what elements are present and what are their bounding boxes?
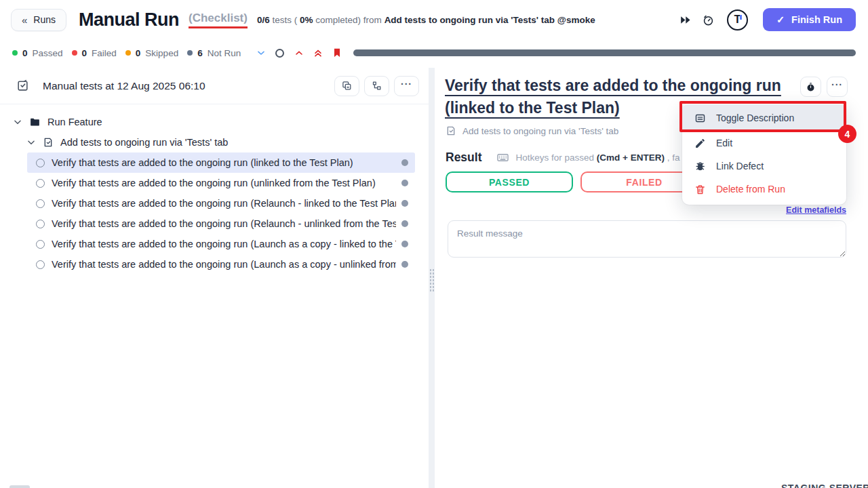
test-row[interactable]: Verify that tests are added to the ongoi… — [27, 173, 415, 193]
test-status-circle-icon — [36, 199, 45, 208]
logo-accent-mark — [740, 15, 742, 20]
suite-label: Add tests to ongoing run via 'Tests' tab — [60, 137, 228, 148]
suite-file-icon — [43, 137, 54, 148]
staging-watermark: STAGING SERVER — [781, 483, 868, 488]
checklist-icon — [16, 79, 29, 92]
menu-item-edit[interactable]: Edit — [682, 131, 846, 155]
tree-view-button[interactable] — [364, 76, 389, 96]
menu-item-delete-from-run[interactable]: Delete from Run — [682, 178, 846, 201]
test-notrun-dot-icon — [401, 220, 408, 227]
double-chevron-left-icon: « — [22, 14, 27, 26]
test-status-circle-icon — [36, 159, 45, 167]
skipped-counter: 0Skipped — [125, 48, 178, 58]
folder-icon — [29, 117, 41, 128]
test-row-selected[interactable]: Verify that tests are added to the ongoi… — [27, 152, 415, 173]
run-stats-text: 0/6 tests ( 0% completed) from Add tests… — [257, 15, 595, 25]
test-notrun-dot-icon — [401, 159, 408, 166]
test-timer-button[interactable] — [800, 77, 821, 97]
copy-run-button[interactable] — [334, 76, 359, 96]
tree-more-button[interactable]: ··· — [394, 76, 419, 96]
filter-circle-icon[interactable] — [274, 47, 285, 59]
panel-splitter[interactable] — [429, 68, 435, 488]
finish-run-button[interactable]: ✓ Finish Run — [763, 8, 856, 31]
notrun-counter: 6Not Run — [187, 48, 241, 58]
test-row[interactable]: Verify that tests are added to the ongoi… — [27, 193, 415, 214]
test-status-circle-icon — [36, 220, 45, 228]
tree-folder-run-feature[interactable]: Run Feature — [0, 112, 429, 132]
back-button-label: Runs — [33, 14, 56, 25]
priority-double-up-icon[interactable] — [312, 47, 323, 59]
menu-item-toggle-description[interactable]: Toggle Description — [682, 104, 846, 131]
check-icon: ✓ — [776, 14, 785, 25]
test-notrun-dot-icon — [401, 180, 408, 186]
test-notrun-dot-icon — [401, 241, 408, 247]
test-notrun-dot-icon — [401, 200, 408, 207]
tests-count: 0/6 — [257, 15, 270, 25]
test-status-circle-icon — [36, 179, 45, 188]
test-status-circle-icon — [36, 260, 45, 269]
skipped-dot-icon — [125, 50, 131, 56]
clipped-bottom-element — [9, 485, 30, 488]
run-name-title: Manual tests at 12 Aug 2025 06:10 — [43, 80, 330, 92]
splitter-grip-handle[interactable] — [429, 268, 434, 293]
run-mode-label: (Checklist) — [189, 12, 248, 28]
app-logo[interactable]: T — [727, 9, 748, 30]
trash-icon — [694, 184, 706, 195]
bug-icon — [694, 161, 706, 172]
tree-panel-header: Manual tests at 12 Aug 2025 06:10 ··· — [0, 68, 429, 104]
menu-item-link-defect[interactable]: Link Defect — [682, 155, 846, 178]
tests-tree-panel: Manual tests at 12 Aug 2025 06:10 ··· Ru… — [0, 68, 429, 488]
app-header: « Runs Manual Run (Checklist) 0/6 tests … — [0, 0, 868, 39]
run-progress-bar — [353, 49, 856, 56]
failed-counter: 0Failed — [72, 48, 117, 58]
notrun-dot-icon — [187, 50, 193, 56]
test-status-circle-icon — [36, 240, 45, 249]
test-notrun-dot-icon — [401, 261, 408, 268]
stopwatch-icon[interactable] — [701, 12, 716, 27]
test-row[interactable]: Verify that tests are added to the ongoi… — [27, 234, 415, 254]
edit-metafields-link[interactable]: Edit metafields — [786, 205, 846, 215]
run-source: Add tests to ongoing run via 'Tests' tab… — [384, 15, 595, 25]
chevron-down-icon[interactable] — [13, 117, 22, 127]
test-context-menu: Toggle Description Edit Link Defect Dele… — [682, 103, 846, 205]
failed-dot-icon — [72, 50, 77, 56]
folder-label: Run Feature — [47, 117, 102, 127]
back-to-runs-button[interactable]: « Runs — [11, 9, 66, 31]
passed-counter: 0Passed — [12, 48, 63, 58]
result-heading: Result — [446, 150, 481, 165]
description-icon — [694, 113, 706, 124]
test-row[interactable]: Verify that tests are added to the ongoi… — [27, 254, 415, 274]
collapse-chevron-down-icon[interactable] — [255, 47, 267, 59]
annotation-step-badge: 4 — [838, 125, 856, 143]
test-row[interactable]: Verify that tests are added to the ongoi… — [27, 214, 415, 234]
hotkeys-hint: Hotkeys for passed (Cmd + ENTER) , fa — [515, 152, 679, 163]
result-message-input[interactable] — [448, 220, 846, 258]
tests-tree: Run Feature Add tests to ongoing run via… — [0, 104, 429, 274]
passed-dot-icon — [12, 50, 18, 56]
test-suite-reference[interactable]: Add tests to ongoing run via 'Tests' tab — [446, 125, 618, 136]
tree-suite[interactable]: Add tests to ongoing run via 'Tests' tab — [0, 132, 429, 152]
test-more-button[interactable]: ··· — [827, 77, 848, 97]
chevron-down-icon[interactable] — [26, 138, 36, 147]
page-title: Manual Run — [79, 9, 179, 30]
keyboard-icon — [496, 151, 509, 164]
suite-file-icon — [446, 125, 456, 136]
percent-complete: 0% — [300, 15, 313, 25]
status-bar: 0Passed 0Failed 0Skipped 6Not Run — [0, 42, 868, 64]
pencil-icon — [694, 138, 706, 149]
bookmark-icon[interactable] — [331, 47, 342, 59]
passed-button[interactable]: PASSED — [446, 171, 573, 192]
priority-up-icon[interactable] — [293, 47, 304, 59]
fast-forward-icon[interactable] — [678, 12, 693, 27]
